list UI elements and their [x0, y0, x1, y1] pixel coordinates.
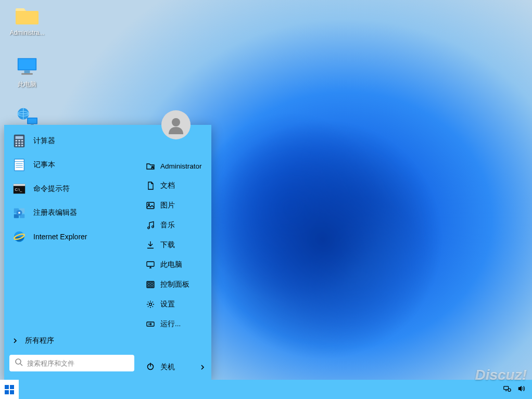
svg-text:C:\_: C:\_	[15, 187, 23, 192]
svg-rect-2	[24, 70, 30, 73]
computer-icon	[15, 55, 40, 78]
svg-line-38	[20, 364, 22, 366]
user-folder-icon	[146, 161, 155, 171]
svg-point-39	[172, 118, 180, 126]
svg-point-42	[148, 204, 150, 205]
app-internet-explorer[interactable]: Internet Explorer	[4, 225, 140, 249]
chevron-right-icon	[12, 337, 18, 345]
app-command-prompt[interactable]: C:\_ 命令提示符	[4, 177, 140, 201]
svg-rect-47	[148, 282, 150, 284]
app-label: 命令提示符	[33, 184, 70, 194]
user-item-documents[interactable]: 文档	[140, 176, 211, 196]
chevron-right-icon[interactable]	[200, 363, 205, 371]
svg-point-59	[508, 389, 511, 391]
registry-icon	[11, 205, 27, 221]
svg-rect-3	[21, 73, 33, 75]
app-label: 记事本	[33, 160, 55, 170]
user-item-label: 图片	[160, 201, 175, 210]
power-icon	[146, 362, 155, 372]
terminal-icon: C:\_	[11, 181, 27, 197]
calculator-icon	[11, 133, 27, 149]
svg-rect-17	[21, 143, 23, 144]
folder-icon	[15, 4, 40, 27]
svg-point-37	[16, 359, 21, 364]
start-menu: 计算器 记事本 C:\_ 命令提示符 注册表编辑器	[4, 125, 211, 380]
svg-point-44	[152, 226, 154, 228]
svg-rect-12	[16, 140, 18, 141]
power-button[interactable]: 关机	[140, 354, 211, 380]
user-item-this-pc[interactable]: 此电脑	[140, 255, 211, 275]
start-button[interactable]	[0, 380, 19, 399]
notepad-icon	[11, 157, 27, 173]
svg-rect-58	[504, 387, 509, 390]
app-label: 注册表编辑器	[33, 208, 77, 217]
user-item-pictures[interactable]: 图片	[140, 196, 211, 215]
all-programs-link[interactable]: 所有程序	[4, 331, 140, 351]
app-label: 计算器	[33, 136, 55, 146]
svg-rect-7	[28, 119, 36, 123]
svg-rect-55	[10, 385, 14, 389]
start-menu-right-column: Administrator 文档 图片 音乐 下载 此电脑	[140, 125, 211, 380]
user-item-label: 文档	[160, 181, 175, 190]
app-registry-editor[interactable]: 注册表编辑器	[4, 201, 140, 225]
svg-rect-41	[147, 202, 154, 209]
start-menu-left-column: 计算器 记事本 C:\_ 命令提示符 注册表编辑器	[4, 125, 140, 380]
downloads-icon	[146, 240, 155, 250]
svg-point-34	[18, 212, 20, 214]
user-item-label: 控制面板	[160, 280, 189, 289]
user-item-label: 下载	[160, 240, 175, 250]
svg-point-51	[149, 303, 152, 306]
svg-point-43	[148, 227, 150, 229]
search-row	[4, 351, 140, 376]
windows-logo-icon	[4, 384, 15, 395]
tray-network-icon[interactable]	[503, 384, 511, 394]
all-programs-label: 所有程序	[25, 336, 54, 345]
control-panel-icon	[146, 280, 155, 289]
svg-rect-19	[18, 145, 20, 146]
user-item-run[interactable]: 运行...	[140, 314, 211, 334]
power-label: 关机	[160, 363, 175, 372]
internet-explorer-icon	[11, 229, 27, 244]
svg-rect-48	[151, 282, 153, 284]
svg-rect-50	[151, 285, 153, 287]
pictures-icon	[146, 201, 155, 210]
svg-rect-45	[147, 262, 154, 266]
user-item-label: Administrator	[160, 162, 202, 170]
system-tray	[497, 384, 532, 394]
desktop-icon-folder[interactable]: Administra...	[7, 4, 47, 36]
svg-rect-57	[10, 390, 14, 394]
svg-rect-18	[16, 145, 18, 146]
svg-rect-1	[19, 59, 36, 69]
gear-icon	[146, 300, 155, 309]
user-item-administrator[interactable]: Administrator	[140, 156, 211, 176]
search-icon	[15, 358, 23, 368]
documents-icon	[146, 181, 155, 190]
app-notepad[interactable]: 记事本	[4, 153, 140, 177]
svg-rect-21	[15, 159, 24, 171]
search-input[interactable]	[27, 359, 129, 367]
avatar-icon	[161, 110, 191, 139]
user-item-downloads[interactable]: 下载	[140, 235, 211, 255]
user-folders-list: Administrator 文档 图片 音乐 下载 此电脑	[140, 156, 211, 354]
svg-rect-54	[5, 385, 9, 389]
user-item-label: 设置	[160, 300, 175, 309]
user-item-label: 此电脑	[160, 260, 182, 269]
user-item-label: 音乐	[160, 221, 175, 230]
user-item-music[interactable]: 音乐	[140, 215, 211, 235]
user-item-control-panel[interactable]: 控制面板	[140, 275, 211, 294]
svg-rect-16	[18, 143, 20, 144]
tray-volume-icon[interactable]	[517, 384, 526, 394]
user-item-settings[interactable]: 设置	[140, 294, 211, 314]
svg-rect-56	[5, 390, 9, 394]
svg-rect-49	[148, 285, 150, 287]
computer-icon	[146, 260, 155, 269]
run-icon	[146, 319, 155, 329]
desktop-icon-this-pc[interactable]: 此电脑	[7, 55, 47, 89]
user-item-label: 运行...	[160, 319, 181, 329]
search-box[interactable]	[9, 355, 134, 371]
svg-rect-15	[16, 143, 18, 144]
app-calculator[interactable]: 计算器	[4, 129, 140, 153]
user-avatar-wrap[interactable]	[161, 110, 191, 139]
apps-list: 计算器 记事本 C:\_ 命令提示符 注册表编辑器	[4, 129, 140, 331]
svg-rect-11	[16, 136, 23, 139]
